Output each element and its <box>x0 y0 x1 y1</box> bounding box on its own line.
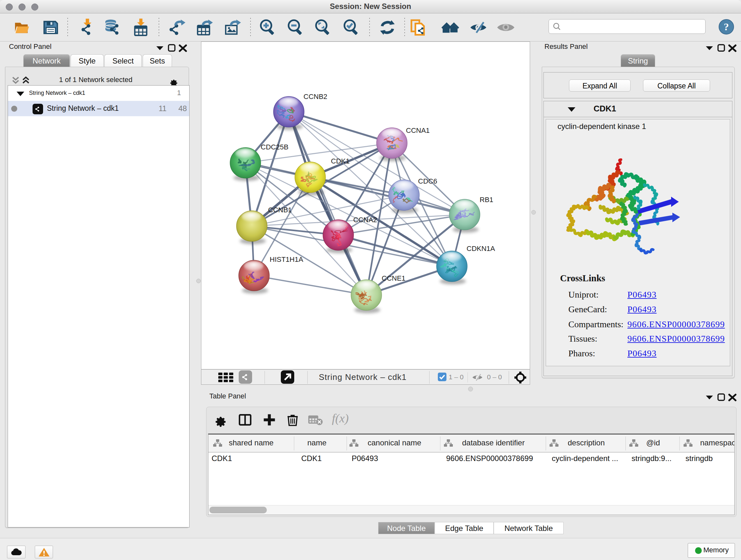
svg-text:HIST1H1A: HIST1H1A <box>270 255 303 263</box>
svg-text:?: ? <box>724 21 729 33</box>
svg-text:CDKN1A: CDKN1A <box>467 245 495 253</box>
svg-text:CCNA1: CCNA1 <box>406 126 430 134</box>
svg-text:CCNE1: CCNE1 <box>382 274 406 282</box>
svg-text:CCNB1: CCNB1 <box>268 206 292 214</box>
svg-text:CDC25B: CDC25B <box>261 143 288 151</box>
svg-text:CDK1: CDK1 <box>331 157 350 165</box>
svg-text:CCNA2: CCNA2 <box>353 216 377 224</box>
svg-text:CCNB2: CCNB2 <box>304 92 327 101</box>
svg-text:RB1: RB1 <box>480 196 493 204</box>
svg-text:CDC6: CDC6 <box>418 177 437 185</box>
